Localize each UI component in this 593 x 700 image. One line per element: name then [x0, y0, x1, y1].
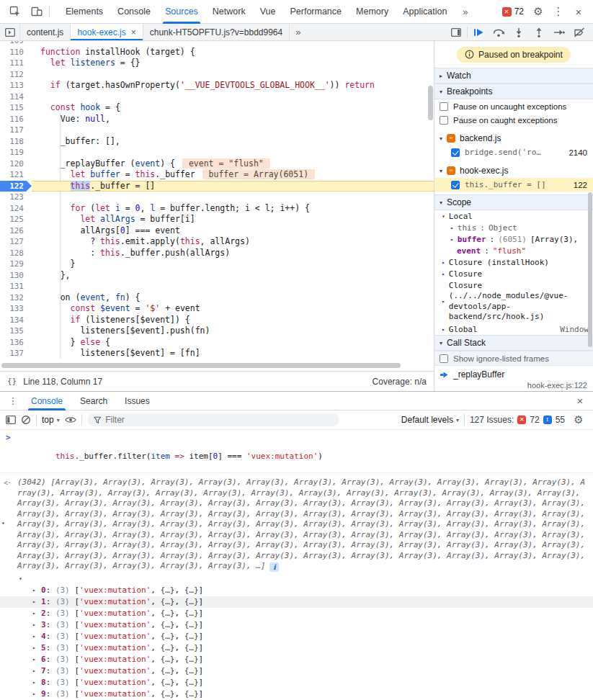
- expand-icon[interactable]: ▸: [32, 608, 36, 619]
- line-number[interactable]: 115: [0, 102, 32, 114]
- step-into-icon[interactable]: [509, 24, 528, 40]
- code-line-135[interactable]: 135 listeners[$event].push(fn): [0, 326, 434, 337]
- checkbox-unchecked[interactable]: [440, 354, 448, 363]
- callstack-section-header[interactable]: ▾ Call Stack: [434, 335, 593, 351]
- step-icon[interactable]: [550, 24, 569, 40]
- code-line-129[interactable]: 129 }: [0, 259, 434, 270]
- console-filter-input[interactable]: [105, 415, 333, 425]
- tab-vue[interactable]: Vue: [253, 0, 283, 24]
- expand-icon[interactable]: ▸: [32, 642, 36, 654]
- array-row-4[interactable]: ▸4: (3) ['vuex:mutation', {…}, {…}]: [0, 631, 593, 642]
- line-number[interactable]: 127: [0, 236, 32, 248]
- checkbox-checked[interactable]: [451, 148, 460, 157]
- show-debugger-sidebar-icon[interactable]: [447, 24, 465, 40]
- scope-closure-row[interactable]: ▸ Closure (installHook): [434, 256, 593, 268]
- deactivate-breakpoints-icon[interactable]: [570, 24, 589, 40]
- scope-var-buffer[interactable]: ▸ buffer: (6051) [Array(3),: [434, 233, 593, 245]
- breakpoints-section-header[interactable]: ▾ Breakpoints: [434, 84, 593, 99]
- line-number[interactable]: 121: [0, 169, 32, 181]
- code-line-109[interactable]: 109: [0, 41, 434, 47]
- pretty-print-icon[interactable]: {}: [7, 377, 17, 386]
- line-number[interactable]: 113: [0, 80, 32, 91]
- console-sidebar-icon[interactable]: [6, 416, 16, 424]
- code-line-121[interactable]: 121 let buffer = this._buffer buffer = A…: [0, 169, 434, 181]
- code-line-122[interactable]: 122 this._buffer = []: [0, 181, 434, 192]
- checkbox-unchecked[interactable]: [440, 116, 448, 125]
- close-drawer-icon[interactable]: ×: [571, 392, 589, 410]
- breakpoint-entry-current[interactable]: this._buffer = [] 122: [434, 178, 593, 192]
- file-tab-hook-exec-js[interactable]: hook-exec.js ×: [71, 24, 143, 40]
- scope-var-event[interactable]: event: "flush": [434, 245, 593, 256]
- line-number[interactable]: 131: [0, 281, 32, 292]
- kebab-menu-icon[interactable]: ⋮: [550, 3, 567, 20]
- drawer-tab-search[interactable]: Search: [72, 392, 115, 410]
- array-row-3[interactable]: ▸3: (3) ['vuex:mutation', {…}, {…}]: [0, 619, 593, 631]
- more-tabs-icon[interactable]: »: [457, 6, 473, 17]
- step-over-icon[interactable]: [489, 24, 508, 40]
- issues-counter[interactable]: 127 Issues: ✕ 72 ! 55: [470, 415, 565, 425]
- clear-console-icon[interactable]: [21, 415, 31, 425]
- line-number[interactable]: 109: [0, 41, 32, 47]
- code-line-136[interactable]: 136 } else {: [0, 337, 434, 349]
- watch-section-header[interactable]: ▸ Watch: [434, 68, 593, 84]
- line-number[interactable]: 137: [0, 348, 32, 359]
- pause-uncaught-row[interactable]: Pause on uncaught exceptions: [434, 99, 593, 113]
- error-count-badge[interactable]: ✕ 72: [499, 6, 527, 17]
- code-editor[interactable]: 109110function installHook (target) {111…: [0, 41, 434, 371]
- code-line-130[interactable]: 130 },: [0, 270, 434, 282]
- line-number[interactable]: 130: [0, 270, 32, 282]
- code-line-119[interactable]: 119: [0, 147, 434, 158]
- line-number[interactable]: 117: [0, 125, 32, 136]
- console-result[interactable]: <· ▾ (3042) [Array(3), Array(3), Array(3…: [0, 473, 593, 573]
- lazy-eval-info-icon[interactable]: i: [269, 562, 279, 572]
- code-line-118[interactable]: 118 _buffer: [],: [0, 136, 434, 148]
- line-number[interactable]: 112: [0, 69, 32, 81]
- array-range-group[interactable]: ▾ [0 … 99]: [0, 573, 593, 585]
- expand-icon[interactable]: ▸: [32, 665, 36, 677]
- code-line-115[interactable]: 115 const hook = {: [0, 102, 434, 114]
- array-row-2[interactable]: ▸2: (3) ['vuex:mutation', {…}, {…}]: [0, 608, 593, 619]
- line-number[interactable]: 135: [0, 326, 32, 337]
- tab-sources[interactable]: Sources: [158, 0, 205, 24]
- line-number[interactable]: 116: [0, 114, 32, 125]
- console-filter[interactable]: [87, 413, 339, 426]
- line-number[interactable]: 123: [0, 192, 32, 203]
- line-number[interactable]: 124: [0, 203, 32, 215]
- file-tab-content-js[interactable]: content.js: [20, 24, 71, 40]
- settings-gear-icon[interactable]: ⚙: [530, 3, 547, 20]
- code-line-128[interactable]: 128 : this._buffer.push(allArgs): [0, 248, 434, 259]
- array-row-1[interactable]: ▸1: (3) ['vuex:mutation', {…}, {…}]: [0, 596, 593, 608]
- scope-local-row[interactable]: ▾ Local: [434, 210, 593, 222]
- line-number[interactable]: 133: [0, 303, 32, 315]
- tab-elements[interactable]: Elements: [58, 0, 110, 24]
- code-line-120[interactable]: 120 _replayBuffer (event) { event = "flu…: [0, 158, 434, 170]
- line-number[interactable]: 136: [0, 337, 32, 349]
- pause-caught-row[interactable]: Pause on caught exceptions: [434, 113, 593, 127]
- close-devtools-icon[interactable]: ×: [570, 3, 587, 20]
- line-number[interactable]: 126: [0, 225, 32, 237]
- code-line-134[interactable]: 134 if (listeners[$event]) {: [0, 315, 434, 326]
- array-row-6[interactable]: ▸6: (3) ['vuex:mutation', {…}, {…}]: [0, 654, 593, 665]
- callstack-frame[interactable]: _replayBuffer hook-exec.js:122: [434, 366, 593, 390]
- scope-closure-row[interactable]: ▸ Closure: [434, 268, 593, 279]
- sidebar-scrollbar[interactable]: [588, 192, 592, 347]
- expand-icon[interactable]: ▸: [32, 654, 36, 665]
- expand-icon[interactable]: ▸: [32, 619, 36, 631]
- array-row-0[interactable]: ▸0: (3) ['vuex:mutation', {…}, {…}]: [0, 585, 593, 596]
- line-number[interactable]: 118: [0, 136, 32, 148]
- line-number[interactable]: 114: [0, 91, 32, 103]
- collapse-icon[interactable]: ▾: [1, 519, 5, 529]
- array-row-5[interactable]: ▸5: (3) ['vuex:mutation', {…}, {…}]: [0, 642, 593, 654]
- breakpoint-file-row[interactable]: ▾ ‹› hook-exec.js: [434, 163, 593, 178]
- expand-icon[interactable]: ▸: [32, 677, 36, 688]
- code-line-131[interactable]: 131: [0, 281, 434, 292]
- more-file-tabs-icon[interactable]: »: [290, 27, 306, 37]
- console-command[interactable]: > this._buffer.filter(item => item[0] ==…: [0, 430, 593, 473]
- coverage-status[interactable]: Coverage: n/a: [373, 377, 427, 387]
- line-number[interactable]: 128: [0, 248, 32, 259]
- code-line-133[interactable]: 133 const $event = '$' + event: [0, 303, 434, 315]
- code-line-127[interactable]: 127 ? this.emit.apply(this, allArgs): [0, 236, 434, 248]
- code-line-113[interactable]: 113 if (target.hasOwnProperty('__VUE_DEV…: [0, 80, 434, 91]
- line-number[interactable]: 125: [0, 214, 32, 225]
- tab-application[interactable]: Application: [396, 0, 454, 24]
